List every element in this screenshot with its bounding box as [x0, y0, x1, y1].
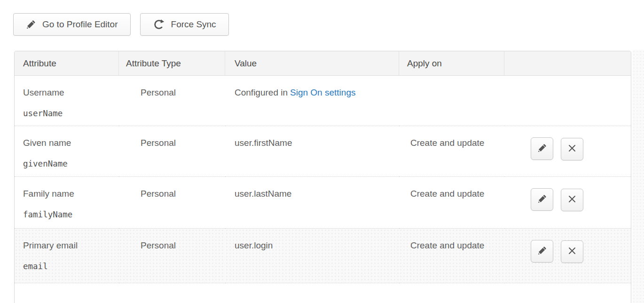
go-to-profile-editor-button[interactable]: Go to Profile Editor	[13, 13, 131, 36]
column-header-attribute: Attribute	[15, 51, 119, 76]
apply-on-value: Create and update	[410, 240, 484, 250]
attribute-label: Username	[23, 87, 119, 98]
pencil-icon	[26, 19, 36, 30]
apply-on-value: Create and update	[410, 138, 484, 148]
edit-attribute-button[interactable]	[531, 188, 553, 211]
column-header-actions	[504, 51, 631, 76]
attribute-type: Personal	[141, 189, 176, 199]
attribute-variable: givenName	[23, 158, 119, 169]
column-header-value: Value	[225, 51, 399, 76]
sign-on-settings-link[interactable]: Sign On settings	[290, 88, 355, 97]
value-expression: user.firstName	[235, 138, 292, 148]
column-header-attribute-type: Attribute Type	[119, 51, 225, 76]
table-row-primary-email: Primary email email Personal user.login …	[15, 228, 631, 283]
attribute-variable: userName	[23, 108, 119, 119]
x-icon	[567, 246, 577, 257]
column-header-apply-on: Apply on	[399, 51, 504, 76]
force-sync-button[interactable]: Force Sync	[140, 13, 229, 36]
value-expression: user.lastName	[235, 189, 291, 199]
remove-attribute-button[interactable]	[561, 189, 583, 211]
attribute-label: Family name	[23, 188, 119, 199]
x-icon	[567, 144, 577, 154]
attribute-type: Personal	[141, 240, 176, 250]
attribute-mappings-table: Attribute Attribute Type Value Apply on …	[14, 51, 631, 303]
pencil-icon	[537, 143, 547, 154]
table-row-partial	[15, 283, 631, 303]
attribute-type: Personal	[141, 88, 176, 97]
value-text: Configured in	[235, 88, 288, 97]
go-to-profile-editor-label: Go to Profile Editor	[42, 19, 118, 30]
force-sync-label: Force Sync	[171, 19, 216, 30]
table-header-row: Attribute Attribute Type Value Apply on	[15, 51, 631, 76]
pencil-icon	[537, 194, 547, 205]
edit-attribute-button[interactable]	[531, 240, 553, 263]
remove-attribute-button[interactable]	[561, 138, 583, 160]
attribute-variable: email	[23, 261, 119, 272]
page-background-strip	[632, 50, 644, 303]
attribute-variable: familyName	[23, 209, 119, 220]
x-icon	[567, 194, 577, 205]
attribute-label: Primary email	[23, 240, 119, 251]
value-expression: user.login	[235, 240, 273, 250]
toolbar: Go to Profile Editor Force Sync	[13, 13, 229, 36]
edit-attribute-button[interactable]	[531, 137, 553, 160]
table-row-username: Username userName Personal Configured in…	[15, 76, 631, 126]
refresh-icon	[153, 18, 165, 31]
table-row-family-name: Family name familyName Personal user.las…	[15, 176, 631, 228]
apply-on-value: Create and update	[410, 189, 484, 199]
pencil-icon	[537, 246, 547, 257]
table-row-given-name: Given name givenName Personal user.first…	[15, 126, 631, 176]
attribute-type: Personal	[141, 138, 176, 148]
attribute-label: Given name	[23, 137, 119, 149]
remove-attribute-button[interactable]	[561, 240, 583, 263]
